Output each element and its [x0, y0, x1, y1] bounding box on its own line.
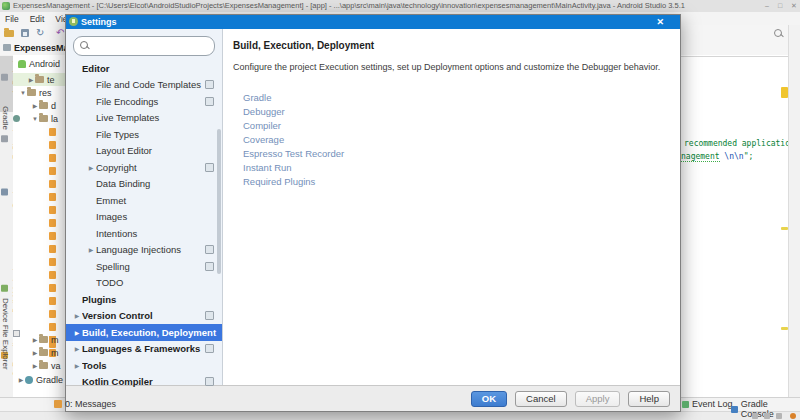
link-gradle[interactable]: Gradle: [243, 91, 668, 105]
settings-item-emmet[interactable]: Emmet: [66, 192, 222, 209]
settings-item-languages-frameworks[interactable]: ▶ Languages & Frameworks: [66, 341, 222, 358]
settings-item-editor[interactable]: Editor: [66, 60, 222, 77]
android-studio-logo-icon: [2, 2, 10, 10]
cancel-button[interactable]: Cancel: [515, 391, 567, 407]
search-everywhere-icon[interactable]: [774, 29, 782, 37]
chevron-right-icon[interactable]: ▶: [27, 76, 35, 83]
close-icon[interactable]: ✕: [791, 0, 797, 12]
settings-item-kotlin-compiler[interactable]: Kotlin Compiler: [66, 374, 222, 391]
settings-item-images[interactable]: Images: [66, 209, 222, 226]
build-variants-icon: [1, 285, 8, 292]
chevron-right-icon[interactable]: ▶: [86, 164, 96, 171]
settings-item-data-binding[interactable]: Data Binding: [66, 176, 222, 193]
string-literal: recommended application.: [684, 139, 800, 148]
messages-label: 0: Messages: [65, 399, 116, 409]
sync-icon[interactable]: ↻: [36, 28, 44, 38]
help-button[interactable]: Help: [628, 391, 670, 407]
search-icon: [80, 41, 88, 49]
chevron-right-icon[interactable]: ▶: [31, 102, 39, 109]
error-stripe-mark[interactable]: [781, 87, 788, 98]
status-misc-icon[interactable]: [752, 413, 758, 419]
status-lock-icon[interactable]: [764, 413, 770, 419]
settings-item-language-injections[interactable]: ▶ Language Injections: [66, 242, 222, 259]
settings-item-file-and-code-templates[interactable]: File and Code Templates: [66, 77, 222, 94]
minimize-icon[interactable]: –: [765, 0, 769, 12]
settings-item-label: Language Injections: [96, 244, 205, 255]
per-project-settings-icon: [205, 344, 214, 353]
settings-item-spelling[interactable]: Spelling: [66, 258, 222, 275]
string-end: ";: [744, 152, 754, 161]
error-stripe-mark[interactable]: [781, 227, 788, 230]
event-log-label: Event Log: [692, 399, 733, 409]
settings-item-label: File Encodings: [96, 96, 205, 107]
dialog-close-icon[interactable]: ✕: [656, 15, 664, 29]
sidebar-scrollbar[interactable]: [217, 129, 221, 274]
chevron-right-icon[interactable]: ▶: [72, 362, 82, 369]
chevron-down-icon[interactable]: ▼: [19, 90, 27, 96]
chevron-right-icon[interactable]: ▶: [86, 246, 96, 253]
chevron-right-icon[interactable]: ▶: [31, 349, 39, 356]
apply-button[interactable]: Apply: [575, 391, 621, 407]
xml-file-icon: [49, 193, 56, 201]
open-folder-icon[interactable]: [4, 30, 14, 37]
settings-item-version-control[interactable]: ▶ Version Control: [66, 308, 222, 325]
settings-item-build-execution-deployment[interactable]: ▶ Build, Execution, Deployment: [66, 324, 222, 341]
per-project-settings-icon: [205, 245, 214, 254]
status-indicator-icon[interactable]: [776, 413, 782, 419]
settings-item-tools[interactable]: ▶ Tools: [66, 357, 222, 374]
messages-toolwindow-button[interactable]: 0: Messages: [54, 399, 116, 409]
dialog-titlebar[interactable]: Settings ✕: [66, 15, 680, 29]
dock-device-file-explorer-button[interactable]: Device File Explorer: [1, 298, 20, 370]
save-all-icon[interactable]: [21, 29, 29, 37]
chevron-right-icon[interactable]: ▶: [72, 329, 82, 336]
chevron-right-icon[interactable]: ▶: [72, 312, 82, 319]
status-alert-icon[interactable]: [790, 413, 796, 419]
settings-dialog: Settings ✕ Editor File and Code Template…: [65, 14, 681, 412]
dock-gradle-button[interactable]: Gradle: [1, 106, 20, 130]
chevron-right-icon[interactable]: ▶: [31, 362, 39, 369]
chevron-right-icon[interactable]: ▶: [31, 336, 39, 343]
settings-item-plugins[interactable]: Plugins: [66, 291, 222, 308]
link-required-plugins[interactable]: Required Plugins: [243, 175, 668, 189]
undo-icon[interactable]: ↶: [56, 28, 64, 38]
settings-item-intentions[interactable]: Intentions: [66, 225, 222, 242]
settings-item-live-templates[interactable]: Live Templates: [66, 110, 222, 127]
link-instant-run[interactable]: Instant Run: [243, 161, 668, 175]
settings-item-label: Intentions: [96, 228, 222, 239]
folder-icon: [39, 362, 48, 369]
menu-file[interactable]: File: [3, 14, 21, 24]
settings-item-file-encodings[interactable]: File Encodings: [66, 93, 222, 110]
link-coverage[interactable]: Coverage: [243, 133, 668, 147]
xml-file-icon: [49, 245, 56, 253]
settings-page-description: Configure the project Execution settings…: [233, 61, 668, 74]
folder-icon: [39, 336, 48, 343]
settings-item-layout-editor[interactable]: Layout Editor: [66, 143, 222, 160]
settings-search-input[interactable]: [92, 38, 216, 54]
link-espresso-test-recorder[interactable]: Espresso Test Recorder: [243, 147, 668, 161]
settings-item-label: Data Binding: [96, 178, 222, 189]
gradle-icon: [13, 115, 20, 122]
settings-item-label: Editor: [82, 63, 222, 74]
xml-file-icon: [49, 180, 56, 188]
menu-edit[interactable]: Edit: [28, 14, 47, 24]
settings-item-file-types[interactable]: File Types: [66, 126, 222, 143]
settings-page-title: Build, Execution, Deployment: [233, 39, 668, 53]
chevron-right-icon[interactable]: ▶: [72, 345, 82, 352]
settings-item-copyright[interactable]: ▶ Copyright: [66, 159, 222, 176]
settings-item-todo[interactable]: TODO: [66, 275, 222, 292]
tree-item-label: la: [51, 114, 58, 124]
chevron-down-icon[interactable]: ▼: [31, 116, 39, 122]
error-stripe-mark[interactable]: [781, 327, 788, 330]
settings-category-list: Editor File and Code Templates File Enco…: [66, 60, 222, 390]
link-compiler[interactable]: Compiler: [243, 119, 668, 133]
maximize-icon[interactable]: □: [778, 0, 782, 12]
res-folder-icon: [27, 89, 36, 96]
link-debugger[interactable]: Debugger: [243, 105, 668, 119]
folder-icon: [39, 349, 48, 356]
xml-file-icon: [49, 154, 56, 162]
settings-search-box: [73, 36, 215, 56]
chevron-right-icon[interactable]: ▶: [17, 376, 25, 383]
event-log-button[interactable]: Event Log: [682, 399, 733, 409]
ok-button[interactable]: OK: [471, 391, 507, 407]
android-icon: [18, 60, 26, 68]
